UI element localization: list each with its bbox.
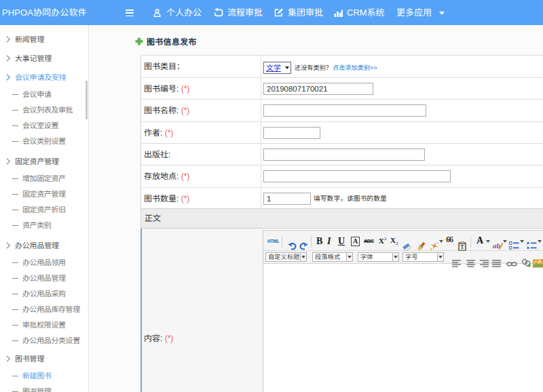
svg-text:T: T — [460, 244, 464, 250]
